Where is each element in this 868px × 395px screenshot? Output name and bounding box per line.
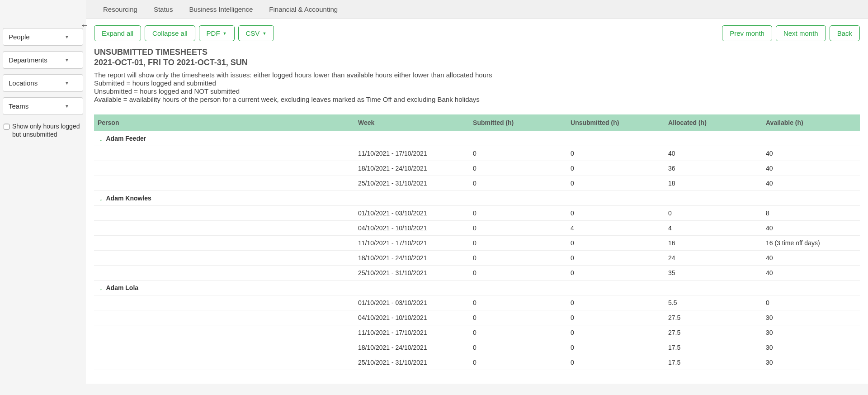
table-row: 18/10/2021 - 24/10/2021003640 (94, 161, 860, 176)
nav-business-intelligence[interactable]: Business Intelligence (181, 0, 261, 19)
cell-submitted: 0 (469, 310, 567, 325)
cell-person-empty (94, 176, 354, 191)
locations-filter[interactable]: Locations ▼ (3, 74, 83, 92)
cell-allocated: 24 (665, 251, 762, 266)
teams-filter[interactable]: Teams ▼ (3, 97, 83, 115)
cell-week: 11/10/2021 - 17/10/2021 (354, 146, 469, 161)
cell-unsubmitted: 0 (567, 176, 665, 191)
desc-line: Available = availability hours of the pe… (94, 95, 860, 104)
cell-week: 04/10/2021 - 10/10/2021 (354, 221, 469, 236)
nav-financial-accounting[interactable]: Financial & Accounting (261, 0, 346, 19)
collapse-all-button[interactable]: Collapse all (145, 25, 195, 41)
page-subtitle: 2021-OCT-01, FRI TO 2021-OCT-31, SUN (94, 58, 860, 67)
cell-available: 40 (762, 221, 860, 236)
table-row: 01/10/2021 - 03/10/20210008 (94, 206, 860, 221)
chevron-down-icon: ▼ (262, 31, 266, 36)
collapse-arrow-icon[interactable]: ↓ (99, 285, 103, 291)
cell-person-empty (94, 340, 354, 355)
cell-week: 01/10/2021 - 03/10/2021 (354, 206, 469, 221)
csv-label: CSV (246, 29, 260, 37)
person-name: Adam Feeder (106, 135, 146, 142)
header-person[interactable]: Person (94, 114, 354, 131)
cell-available: 30 (762, 310, 860, 325)
collapse-arrow-icon[interactable]: ↓ (99, 135, 103, 142)
cell-available: 40 (762, 251, 860, 266)
cell-week: 01/10/2021 - 03/10/2021 (354, 295, 469, 310)
cell-unsubmitted: 0 (567, 236, 665, 251)
show-unsubmitted-only-label: Show only hours logged but unsubmitted (12, 122, 82, 138)
header-available[interactable]: Available (h) (762, 114, 860, 131)
sidebar: ← People ▼ Departments ▼ Locations ▼ Tea… (0, 19, 86, 384)
prev-month-button[interactable]: Prev month (722, 25, 772, 41)
header-week[interactable]: Week (354, 114, 469, 131)
show-unsubmitted-only-row: Show only hours logged but unsubmitted (3, 120, 83, 140)
show-unsubmitted-only-checkbox[interactable] (4, 123, 9, 130)
cell-available: 0 (762, 295, 860, 310)
cell-person-empty (94, 295, 354, 310)
back-button[interactable]: Back (830, 25, 860, 41)
cell-unsubmitted: 0 (567, 310, 665, 325)
cell-allocated: 17.5 (665, 355, 762, 370)
desc-line: Submitted = hours logged and submitted (94, 79, 860, 87)
cell-available: 30 (762, 340, 860, 355)
cell-available: 40 (762, 161, 860, 176)
cell-unsubmitted: 0 (567, 206, 665, 221)
cell-submitted: 0 (469, 206, 567, 221)
table-row: 25/10/2021 - 31/10/20210017.530 (94, 355, 860, 370)
desc-line: The report will show only the timesheets… (94, 71, 860, 79)
cell-person-empty (94, 251, 354, 266)
cell-submitted: 0 (469, 221, 567, 236)
pdf-export-button[interactable]: PDF ▼ (199, 25, 235, 41)
person-group-row[interactable]: ↓Adam Feeder (94, 131, 860, 146)
main-content: Expand all Collapse all PDF ▼ CSV ▼ Prev… (86, 19, 868, 384)
collapse-sidebar-icon[interactable]: ← (80, 21, 89, 30)
cell-unsubmitted: 4 (567, 221, 665, 236)
cell-week: 18/10/2021 - 24/10/2021 (354, 340, 469, 355)
table-row: 25/10/2021 - 31/10/2021001840 (94, 176, 860, 191)
filter-label: People (9, 33, 30, 41)
cell-person-empty (94, 206, 354, 221)
expand-all-button[interactable]: Expand all (94, 25, 141, 41)
desc-line: Unsubmitted = hours logged and NOT submi… (94, 87, 860, 95)
cell-week: 11/10/2021 - 17/10/2021 (354, 236, 469, 251)
cell-unsubmitted: 0 (567, 355, 665, 370)
cell-allocated: 27.5 (665, 310, 762, 325)
toolbar: Expand all Collapse all PDF ▼ CSV ▼ Prev… (94, 25, 860, 41)
chevron-down-icon: ▼ (65, 81, 69, 86)
cell-submitted: 0 (469, 295, 567, 310)
collapse-arrow-icon[interactable]: ↓ (99, 195, 103, 202)
cell-unsubmitted: 0 (567, 325, 665, 340)
next-month-button[interactable]: Next month (776, 25, 826, 41)
cell-available: 30 (762, 355, 860, 370)
cell-submitted: 0 (469, 266, 567, 281)
cell-allocated: 0 (665, 206, 762, 221)
cell-week: 18/10/2021 - 24/10/2021 (354, 161, 469, 176)
cell-person-empty (94, 161, 354, 176)
person-group-row[interactable]: ↓Adam Knowles (94, 191, 860, 206)
header-allocated[interactable]: Allocated (h) (665, 114, 762, 131)
departments-filter[interactable]: Departments ▼ (3, 51, 83, 69)
person-group-row[interactable]: ↓Adam Lola (94, 281, 860, 295)
nav-status[interactable]: Status (146, 0, 181, 19)
cell-submitted: 0 (469, 325, 567, 340)
cell-person-empty (94, 221, 354, 236)
chevron-down-icon: ▼ (65, 104, 69, 109)
cell-submitted: 0 (469, 236, 567, 251)
people-filter[interactable]: People ▼ (3, 28, 83, 46)
chevron-down-icon: ▼ (65, 57, 69, 62)
cell-week: 04/10/2021 - 10/10/2021 (354, 310, 469, 325)
cell-person-empty (94, 266, 354, 281)
cell-submitted: 0 (469, 340, 567, 355)
table-row: 11/10/2021 - 17/10/2021001616 (3 time of… (94, 236, 860, 251)
cell-allocated: 5.5 (665, 295, 762, 310)
header-unsubmitted[interactable]: Unsubmitted (h) (567, 114, 665, 131)
cell-allocated: 17.5 (665, 340, 762, 355)
csv-export-button[interactable]: CSV ▼ (238, 25, 274, 41)
cell-allocated: 4 (665, 221, 762, 236)
cell-unsubmitted: 0 (567, 251, 665, 266)
header-submitted[interactable]: Submitted (h) (469, 114, 567, 131)
filter-label: Teams (9, 102, 28, 110)
nav-resourcing[interactable]: Resourcing (95, 0, 146, 19)
cell-person-empty (94, 325, 354, 340)
person-name: Adam Knowles (106, 195, 151, 202)
